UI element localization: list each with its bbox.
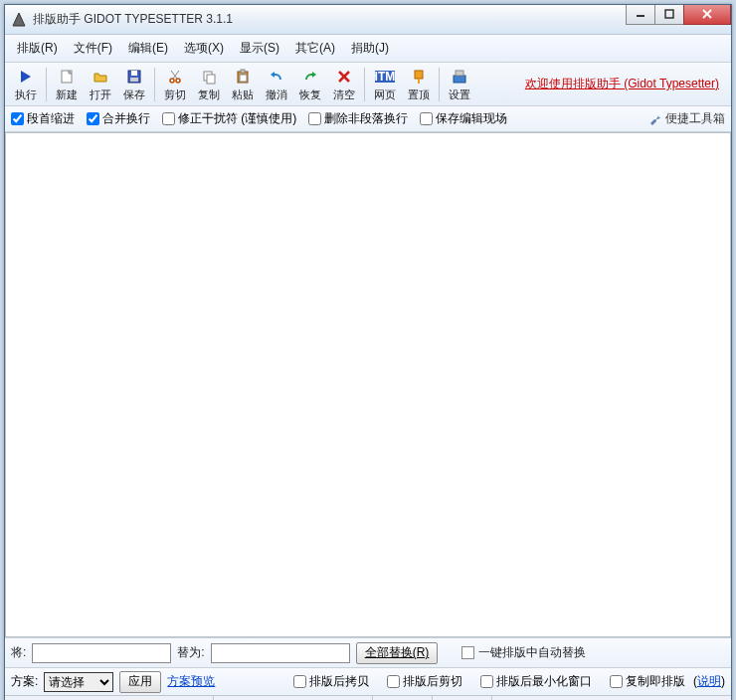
- options-bar: 段首缩进 合并换行 修正干扰符 (谨慎使用) 删除非段落换行 保存编辑现场 便捷…: [5, 106, 731, 132]
- scheme-preview-link[interactable]: 方案预览: [167, 673, 215, 690]
- explain-link[interactable]: 说明: [697, 674, 721, 688]
- replace-from-label: 将:: [11, 644, 26, 661]
- copy-then-typeset-checkbox[interactable]: 复制即排版: [610, 673, 685, 690]
- undo-icon: [267, 67, 286, 87]
- status-cell-5: [492, 696, 713, 700]
- menu-file[interactable]: 文件(F): [66, 37, 120, 60]
- new-button[interactable]: 新建: [50, 65, 84, 104]
- clear-icon: [334, 67, 354, 87]
- folder-open-icon: [91, 67, 110, 87]
- status-text: 就绪: [5, 696, 214, 700]
- svg-rect-10: [130, 78, 138, 82]
- titlebar[interactable]: 排版助手 GIDOT TYPESETTER 3.1.1: [5, 5, 731, 35]
- replace-bar: 将: 替为: 全部替换(R) 一键排版中自动替换: [5, 637, 731, 667]
- menu-display[interactable]: 显示(S): [232, 37, 287, 60]
- html-icon: HTML: [375, 67, 395, 87]
- svg-marker-5: [21, 71, 31, 83]
- scheme-label: 方案:: [11, 673, 38, 690]
- redo-icon: [300, 67, 320, 87]
- separator: [439, 68, 440, 101]
- save-button[interactable]: 保存: [117, 65, 151, 104]
- svg-marker-0: [13, 13, 25, 26]
- status-cell-2: [214, 696, 373, 700]
- close-button[interactable]: [683, 5, 731, 25]
- svg-rect-18: [241, 70, 245, 73]
- svg-rect-28: [454, 76, 465, 83]
- minimize-button[interactable]: [626, 5, 655, 25]
- menu-donate[interactable]: 捐助(J): [343, 37, 397, 60]
- play-icon: [16, 67, 36, 87]
- undo-button[interactable]: 撤消: [260, 65, 293, 104]
- svg-rect-26: [415, 71, 423, 79]
- wrench-icon: [648, 112, 662, 126]
- redo-button[interactable]: 恢复: [293, 65, 327, 104]
- copy-after-checkbox[interactable]: 排版后拷贝: [293, 673, 369, 690]
- svg-marker-21: [312, 72, 316, 78]
- text-editor[interactable]: [5, 132, 731, 637]
- paste-icon: [233, 67, 253, 87]
- replace-to-input[interactable]: [211, 643, 350, 663]
- menu-other[interactable]: 其它(A): [287, 37, 343, 60]
- scheme-select[interactable]: 请选择: [44, 672, 113, 692]
- auto-replace-checkbox[interactable]: 一键排版中自动替换: [461, 644, 586, 661]
- menu-edit[interactable]: 编辑(E): [120, 37, 176, 60]
- replace-to-label: 替为:: [177, 644, 204, 661]
- pin-icon: [409, 67, 429, 87]
- html-button[interactable]: HTML 网页: [368, 65, 402, 104]
- menubar: 排版(R) 文件(F) 编辑(E) 选项(X) 显示(S) 其它(A) 捐助(J…: [5, 35, 731, 63]
- svg-rect-19: [240, 75, 247, 82]
- indent-checkbox[interactable]: 段首缩进: [11, 110, 75, 127]
- scheme-bar: 方案: 请选择 应用 方案预览 排版后拷贝 排版后剪切 排版后最小化窗口 复制即…: [5, 667, 731, 695]
- svg-rect-29: [456, 71, 463, 76]
- remove-nonpara-checkbox[interactable]: 删除非段落换行: [308, 110, 408, 127]
- status-cell-4: [433, 696, 492, 700]
- replace-from-input[interactable]: [32, 643, 171, 663]
- toolbox-link[interactable]: 便捷工具箱: [648, 110, 725, 127]
- apply-button[interactable]: 应用: [119, 671, 161, 693]
- settings-button[interactable]: 设置: [443, 65, 476, 104]
- window-title: 排版助手 GIDOT TYPESETTER 3.1.1: [33, 11, 627, 28]
- svg-marker-20: [271, 72, 275, 78]
- paste-button[interactable]: 粘贴: [226, 65, 260, 104]
- scissors-icon: [165, 67, 185, 87]
- menu-options[interactable]: 选项(X): [176, 37, 232, 60]
- menu-typeset[interactable]: 排版(R): [9, 37, 66, 60]
- svg-rect-16: [207, 75, 215, 84]
- maximize-button[interactable]: [654, 5, 684, 25]
- execute-button[interactable]: 执行: [9, 65, 43, 104]
- cut-button[interactable]: 剪切: [158, 65, 192, 104]
- svg-point-11: [170, 79, 174, 83]
- svg-rect-9: [131, 71, 137, 76]
- fix-disturbance-checkbox[interactable]: 修正干扰符 (谨慎使用): [162, 110, 296, 127]
- app-icon: [11, 12, 27, 28]
- new-file-icon: [57, 67, 77, 87]
- merge-newline-checkbox[interactable]: 合并换行: [87, 110, 150, 127]
- separator: [154, 68, 155, 101]
- cut-after-checkbox[interactable]: 排版后剪切: [387, 673, 462, 690]
- toolbar: 执行 新建 打开 保存 剪切 复制 粘贴 撤消: [5, 63, 731, 106]
- svg-point-12: [176, 79, 180, 83]
- save-icon: [124, 67, 144, 87]
- separator: [364, 68, 365, 101]
- top-button[interactable]: 置顶: [402, 65, 436, 104]
- statusbar: 就绪: [5, 695, 731, 700]
- svg-rect-2: [665, 10, 673, 18]
- open-button[interactable]: 打开: [84, 65, 117, 104]
- copy-button[interactable]: 复制: [192, 65, 226, 104]
- copy-icon: [199, 67, 219, 87]
- settings-icon: [450, 67, 469, 87]
- minimize-after-checkbox[interactable]: 排版后最小化窗口: [480, 673, 592, 690]
- save-scene-checkbox[interactable]: 保存编辑现场: [420, 110, 507, 127]
- app-window: 排版助手 GIDOT TYPESETTER 3.1.1 排版(R) 文件(F) …: [4, 4, 732, 700]
- replace-all-button[interactable]: 全部替换(R): [356, 642, 439, 664]
- window-controls: [627, 5, 731, 25]
- separator: [46, 68, 47, 101]
- welcome-link[interactable]: 欢迎使用排版助手 (Gidot Typesetter): [525, 76, 719, 92]
- svg-text:HTML: HTML: [375, 70, 395, 84]
- clear-button[interactable]: 清空: [327, 65, 361, 104]
- status-cell-3: [373, 696, 433, 700]
